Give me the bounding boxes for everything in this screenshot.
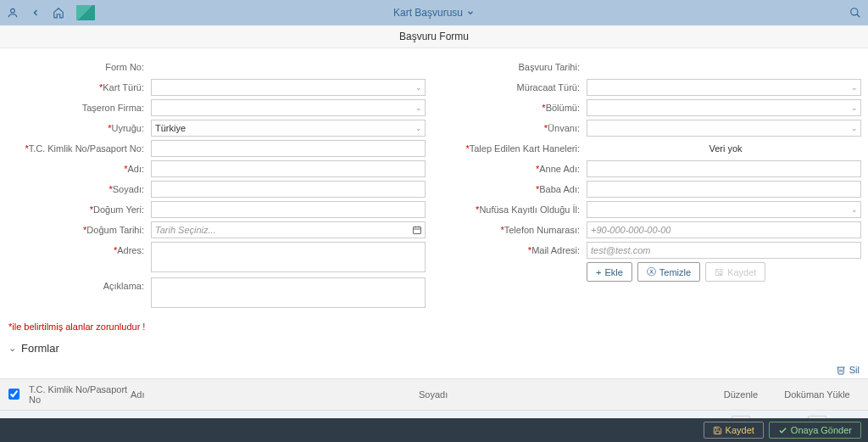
bolumu-select[interactable] — [587, 99, 861, 116]
form-right-column: Başvuru Tarihi: Müracaat Türü:⌄ *Bölümü:… — [442, 59, 861, 313]
select-all-checkbox[interactable] — [8, 389, 19, 400]
dogum-yeri-input[interactable] — [151, 201, 426, 218]
trash-icon — [836, 365, 846, 375]
form-button-row: +Ekle ⓧTemizle 🖫Kaydet — [442, 262, 861, 282]
user-icon[interactable] — [7, 7, 19, 19]
col-soyadi: Soyadı — [419, 389, 707, 400]
label-mail: *Mail Adresi: — [442, 242, 587, 259]
temizle-button[interactable]: ⓧTemizle — [637, 262, 700, 282]
label-soyadi: *Soyadı: — [7, 181, 151, 198]
muracaat-select[interactable] — [587, 79, 861, 96]
kaydet-button[interactable]: 🖫Kaydet — [705, 262, 765, 282]
section-formlar[interactable]: ⌄ Formlar — [0, 335, 868, 361]
formlar-table-header: T.C. Kimlik No/Pasaport No Adı Soyadı Dü… — [0, 378, 868, 411]
form-area: Form No: *Kart Türü:⌄ Taşeron Firma:⌄ *U… — [0, 48, 868, 318]
adi-input[interactable] — [151, 160, 426, 177]
label-telefon: *Telefon Numarası: — [442, 221, 587, 238]
label-anne: *Anne Adı: — [442, 160, 587, 177]
label-adres: *Adres: — [7, 242, 151, 259]
kart-turu-select[interactable] — [151, 79, 426, 96]
col-dokuman: Doküman Yükle — [775, 389, 860, 400]
label-unvani: *Ünvanı: — [442, 120, 587, 137]
page-title-text: Kart Başvurusu — [393, 7, 463, 19]
label-bolumu: *Bölümü: — [442, 99, 587, 116]
soyadi-input[interactable] — [151, 181, 426, 198]
label-basvuru-tarihi: Başvuru Tarihi: — [442, 59, 587, 76]
footer-kaydet-button[interactable]: Kaydet — [704, 422, 764, 439]
svg-line-2 — [857, 14, 860, 18]
uyrugu-select[interactable] — [151, 120, 426, 137]
label-form-no: Form No: — [7, 59, 151, 76]
label-tckimlik: *T.C. Kimlik No/Pasaport No: — [7, 140, 151, 157]
label-dogum-tarihi: *Doğum Tarihi: — [7, 221, 151, 238]
chevron-down-icon — [466, 8, 475, 17]
label-nufus: *Nufüsa Kayıtlı Olduğu İl: — [442, 201, 587, 218]
save-icon: 🖫 — [715, 267, 724, 277]
topbar-left — [7, 5, 95, 20]
unvani-select[interactable] — [587, 120, 861, 137]
anne-input[interactable] — [587, 160, 861, 177]
label-uyrugu: *Uyruğu: — [7, 120, 151, 137]
sil-button[interactable]: Sil — [836, 365, 860, 375]
home-icon[interactable] — [53, 7, 64, 19]
label-adi: *Adı: — [7, 160, 151, 177]
aciklama-textarea[interactable] — [151, 277, 426, 308]
mail-input[interactable] — [587, 242, 861, 259]
clear-icon: ⓧ — [647, 266, 656, 278]
nufus-select[interactable] — [587, 201, 861, 218]
svg-point-0 — [11, 8, 15, 13]
baba-input[interactable] — [587, 181, 861, 198]
formlar-toolbar: Sil — [0, 361, 868, 378]
topbar-right — [849, 7, 861, 19]
adres-textarea[interactable] — [151, 242, 426, 272]
label-kart-turu: *Kart Türü: — [7, 79, 151, 96]
check-icon — [778, 426, 787, 435]
save-icon — [713, 426, 722, 435]
ekle-button[interactable]: +Ekle — [587, 262, 632, 282]
label-talep: *Talep Edilen Kart Haneleri: — [442, 140, 587, 157]
search-icon[interactable] — [849, 7, 861, 19]
svg-point-1 — [851, 8, 858, 15]
col-adi: Adı — [131, 389, 419, 400]
label-dogum-yeri: *Doğum Yeri: — [7, 201, 151, 218]
mandatory-note: *ile belirtilmiş alanlar zorunludur ! — [0, 318, 868, 335]
label-muracaat: Müracaat Türü: — [442, 79, 587, 96]
app-logo — [76, 5, 95, 20]
footer-onaya-gonder-button[interactable]: Onaya Gönder — [769, 422, 861, 439]
back-icon[interactable] — [31, 8, 41, 18]
col-tc: T.C. Kimlik No/Pasaport No — [29, 384, 131, 405]
dogum-tarihi-input[interactable] — [151, 221, 426, 238]
tc-input[interactable] — [151, 140, 426, 157]
top-bar: Kart Başvurusu — [0, 0, 868, 25]
label-taseron: Taşeron Firma: — [7, 99, 151, 116]
footer-bar: Kaydet Onaya Gönder — [0, 418, 868, 442]
section-formlar-title: Formlar — [21, 342, 59, 355]
chevron-down-icon: ⌄ — [8, 343, 16, 354]
page-title-dropdown[interactable]: Kart Başvurusu — [393, 7, 475, 19]
plus-icon: + — [596, 267, 601, 277]
label-baba: *Baba Adı: — [442, 181, 587, 198]
sub-header: Başvuru Formu — [0, 25, 868, 48]
taseron-select[interactable] — [151, 99, 426, 116]
form-left-column: Form No: *Kart Türü:⌄ Taşeron Firma:⌄ *U… — [7, 59, 426, 313]
telefon-input[interactable] — [587, 221, 861, 238]
label-aciklama: Açıklama: — [7, 277, 151, 294]
talep-value: Veri yok — [587, 140, 861, 157]
col-duzenle: Düzenle — [707, 389, 775, 400]
